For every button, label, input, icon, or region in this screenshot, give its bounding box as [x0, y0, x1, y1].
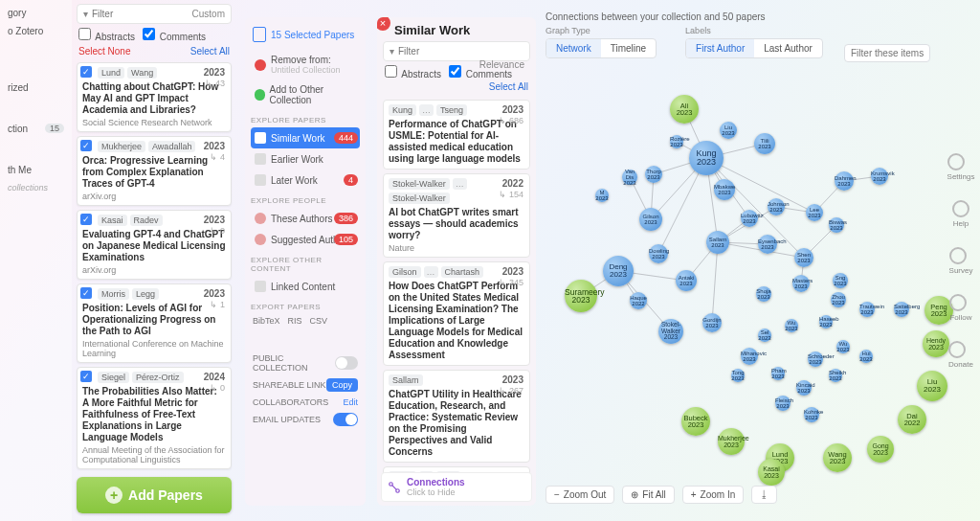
survey-link[interactable]: Survey	[949, 247, 973, 275]
graph-node[interactable]: Sheikh2023	[829, 369, 842, 382]
later-work-item[interactable]: Later Work4	[251, 170, 360, 191]
sim-abstracts-check[interactable]: Abstracts	[385, 65, 441, 79]
download-button[interactable]: ⭳	[751, 486, 777, 504]
similar-work-item[interactable]: Similar Work444	[251, 127, 360, 148]
graph-node[interactable]: Pham2023	[771, 367, 785, 380]
author-chip[interactable]: Chartash	[441, 266, 484, 278]
edit-link[interactable]: Edit	[343, 397, 358, 407]
checkbox-icon[interactable]: ✓	[80, 66, 92, 78]
rail-item[interactable]: o Zotero	[6, 22, 66, 40]
graph-node[interactable]: Mihanovic2023	[741, 348, 758, 365]
paper-card[interactable]: ✓ 2024 ↳ 0 SiegelPérez-Ortiz The Probabi…	[77, 367, 232, 469]
author-chip[interactable]: Awadallah	[148, 141, 195, 152]
graph-filter-input[interactable]	[844, 44, 930, 62]
graph-node[interactable]: Lee2023	[806, 204, 823, 221]
graph-node[interactable]: Dowling2023	[649, 244, 668, 263]
rail-item[interactable]: ction15	[6, 120, 66, 138]
last-author-tab[interactable]: Last Author	[754, 39, 822, 57]
graph-node[interactable]: Dahmen2023	[835, 171, 854, 191]
add-papers-button[interactable]: +Add Papers	[77, 477, 232, 513]
checkbox-icon[interactable]: ✓	[80, 140, 92, 151]
graph-node[interactable]: Zhou2023	[831, 292, 846, 307]
graph-node[interactable]: Hui2023	[859, 350, 873, 363]
graph-node[interactable]: Lubowitz2023	[741, 210, 758, 227]
graph-node[interactable]: Bubeck2023	[681, 407, 710, 436]
email-toggle[interactable]	[333, 413, 358, 426]
these-authors-item[interactable]: These Authors386	[251, 208, 360, 229]
graph-node[interactable]: Sallam2023	[706, 231, 729, 254]
graph-node[interactable]: Ali2023	[670, 95, 699, 124]
author-chip[interactable]: Gilson	[389, 266, 421, 278]
graph-node[interactable]: Liu2023	[720, 122, 737, 139]
graph-node[interactable]: Deng2023	[603, 256, 634, 286]
earlier-work-item[interactable]: Earlier Work	[251, 148, 360, 170]
similar-filter-input[interactable]	[398, 46, 523, 57]
graph-node[interactable]: Dai2022	[898, 405, 926, 434]
graph-node[interactable]: Eysenbach2023	[758, 235, 777, 254]
graph-node[interactable]: Krumsvik2023	[871, 168, 888, 185]
author-chip[interactable]: Lund	[98, 67, 124, 79]
connections-bar[interactable]: ConnectionsClick to Hide	[381, 472, 532, 502]
graph-node[interactable]: Mukherjee2023	[718, 428, 745, 455]
rail-item[interactable]: th Me	[6, 161, 66, 179]
graph-node[interactable]: Wu2023	[836, 340, 850, 353]
graph-node[interactable]: Kung2023	[689, 141, 724, 175]
graph-node[interactable]: Shen2023	[794, 248, 813, 267]
author-chip[interactable]: Siegel	[98, 372, 129, 383]
author-chip[interactable]: Legg	[132, 288, 159, 300]
checkbox-icon[interactable]: ✓	[80, 214, 92, 225]
author-chip[interactable]: Mukherjee	[98, 141, 145, 152]
graph-node[interactable]: Gordijn2023	[702, 313, 722, 332]
zoom-in-button[interactable]: + Zoom In	[682, 486, 745, 504]
zoom-out-button[interactable]: − Zoom Out	[546, 486, 614, 504]
copy-button[interactable]: Copy	[326, 378, 358, 392]
author-more[interactable]: …	[419, 104, 434, 116]
graph-node[interactable]: Wang2023	[823, 443, 852, 472]
network-tab[interactable]: Network	[546, 39, 601, 57]
author-chip[interactable]: Pérez-Ortiz	[132, 372, 184, 383]
author-chip[interactable]: Wang	[127, 67, 157, 79]
paper-card[interactable]: ✓ 2023 ↳ 43 LundWang Chatting about Chat…	[77, 62, 232, 132]
graph-node[interactable]: Sng2023	[833, 273, 848, 288]
donate-link[interactable]: Donate	[948, 341, 973, 369]
author-chip[interactable]: Kung	[389, 104, 416, 116]
similar-card[interactable]: 2023 ↳ 267 Sallam ChatGPT Utility in Hea…	[383, 370, 530, 463]
graph-node[interactable]: Wu2023	[785, 319, 798, 332]
graph-node[interactable]: Kasai2023	[758, 459, 785, 486]
paper-card[interactable]: ✓ 2023 ↳ 1 MorrisLegg Position: Levels o…	[77, 283, 232, 363]
custom-label[interactable]: Custom	[192, 9, 225, 19]
graph-node[interactable]: Tlili2023	[754, 133, 775, 154]
checkbox-icon[interactable]: ✓	[80, 287, 92, 299]
graph-node[interactable]: Biswas2023	[829, 217, 844, 233]
graph-node[interactable]: Schroeder2023	[808, 351, 823, 367]
graph-node[interactable]: Tong2023	[731, 369, 745, 382]
rail-item[interactable]: gory	[6, 4, 66, 22]
graph-node[interactable]: Thorp2023	[645, 166, 662, 183]
graph-node[interactable]: Sattelberg2023	[894, 302, 909, 317]
author-chip[interactable]: Tseng	[436, 104, 467, 116]
graph-node[interactable]: Masters2023	[792, 275, 810, 292]
author-chip[interactable]: Sallam	[389, 374, 423, 386]
graph-node[interactable]: Stokel-Walker2023	[658, 319, 683, 344]
author-chip[interactable]: Kasai	[98, 215, 127, 226]
first-author-tab[interactable]: First Author	[686, 39, 754, 57]
graph-area[interactable]: Ali2023Kung2023Surameery2023Deng2023Tlil…	[546, 64, 940, 476]
graph-node[interactable]: Shoja2023	[756, 286, 771, 302]
paper-card[interactable]: ✓ 2023 ↳ 4 MukherjeeAwadallah Orca: Prog…	[77, 136, 232, 206]
public-toggle[interactable]	[335, 356, 358, 370]
graph-node[interactable]: Sel2023	[758, 328, 771, 342]
relevance-label[interactable]: Relevance	[479, 59, 524, 70]
author-chip[interactable]: Stokel-Walker	[389, 178, 450, 190]
export-bibtex[interactable]: BibTeX	[253, 316, 280, 326]
linked-content-item[interactable]: Linked Content	[251, 276, 360, 297]
author-chip[interactable]: Morris	[98, 288, 129, 300]
graph-node[interactable]: Kohnke2023	[804, 407, 819, 422]
remove-from[interactable]: Remove from:Untitled Collection	[251, 50, 360, 79]
author-more[interactable]: …	[453, 178, 467, 190]
graph-node[interactable]: Gilson2023	[639, 208, 662, 231]
graph-node[interactable]: Fleisch2023	[775, 396, 791, 411]
graph-node[interactable]: Mbakwe2023	[714, 179, 735, 200]
select-all[interactable]: Select All	[190, 46, 230, 57]
abstracts-check[interactable]: Abstracts	[78, 28, 135, 42]
paper-card[interactable]: ✓ 2023 ↳ 0 KasaiRadev Evaluating GPT-4 a…	[77, 210, 232, 280]
